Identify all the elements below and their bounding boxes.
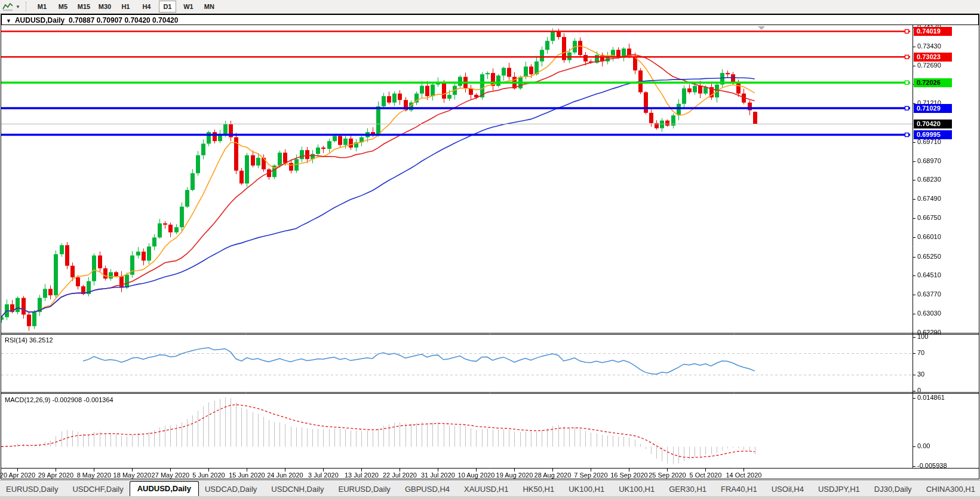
chart-tab-hk50-h1[interactable]: HK50,H1 [517,482,560,497]
price-tick-label: 0.63770 [917,290,941,298]
timeframe-button-mn[interactable]: MN [201,1,218,13]
price-level-tag[interactable]: 0.74019 [914,27,952,36]
price-tick-label: 0.65250 [917,253,941,260]
chart-tab-fra40-h1[interactable]: FRA40,H1 [715,482,763,497]
chart-tab-uk100-h1[interactable]: UK100,H1 [613,482,660,497]
timeframe-button-d1[interactable]: D1 [159,1,176,13]
chart-tab-usdcnh-daily[interactable]: USDCNH,Daily [265,482,330,497]
chart-tab-usdjpy-h1[interactable]: USDJPY,H1 [812,482,866,497]
timeframe-button-w1[interactable]: W1 [180,1,197,13]
timeframe-button-m1[interactable]: M1 [33,1,51,13]
chart-tab-ger30-h1[interactable]: GER30,H1 [663,482,712,497]
rsi-indicator-label: RSI(14) 36.2512 [5,336,53,344]
chart-tab-audusd-daily[interactable]: AUDUSD,Daily [130,481,199,497]
macd-tick-label: -0.005938 [917,462,947,469]
current-price-tag: 0.70420 [914,120,952,128]
timeframe-button-m30[interactable]: M30 [96,1,113,13]
price-level-tag[interactable]: 0.71029 [914,104,952,113]
indicators-icon[interactable] [0,2,15,11]
timeframe-button-m15[interactable]: M15 [75,1,93,13]
macd-tick-label: 0.00 [917,442,930,449]
rsi-tick-label: 30 [917,371,924,378]
price-tick-label: 0.64510 [917,271,941,278]
chart-title: ▼AUDUSD,Daily 0.70887 0.70907 0.70420 0.… [6,16,178,25]
timeframe-toolbar: ▼ M1M5M15M30H1H4D1W1MN [0,0,980,14]
chart-tab-usdcad-daily[interactable]: USDCAD,Daily [199,482,263,497]
price-level-tag[interactable]: 0.73023 [914,53,952,62]
price-tick-label: 0.66750 [917,214,941,221]
price-chart-canvas[interactable] [0,0,980,499]
price-tick-label: 0.72690 [917,62,941,69]
toolbar-grip [26,2,26,11]
indicators-dropdown-caret-icon[interactable]: ▼ [15,4,23,10]
macd-indicator-label: MACD(12,26,9) -0.002908 -0.001364 [5,396,113,403]
rsi-tick-label: 70 [917,349,924,356]
chart-tab-eurusd-daily[interactable]: EURUSD,Daily [0,482,64,497]
rsi-tick-label: 100 [917,333,928,340]
price-level-tag[interactable]: 0.69995 [914,130,952,139]
price-tick-label: 0.68230 [917,176,941,183]
chart-ohlc-values: 0.70887 0.70907 0.70420 0.70420 [69,16,179,25]
chart-tab-usdchf-daily[interactable]: USDCHF,Daily [66,482,129,497]
price-tick-label: 0.67490 [917,195,941,202]
price-tick-label: 0.66010 [917,233,941,240]
chart-tab-usoil-h4[interactable]: USOil,H4 [766,482,810,497]
chart-tab-eurusd-daily[interactable]: EURUSD,Daily [332,482,396,497]
timeframe-button-m5[interactable]: M5 [54,1,72,13]
chart-tab-uk100-h1[interactable]: UK100,H1 [563,482,610,497]
chart-symbol-period: AUDUSD,Daily [15,16,64,25]
chart-tab-dj30-daily[interactable]: DJ30,Daily [868,482,918,497]
date-label: 14 Oct 2020 [720,472,767,479]
price-tick-label: 0.63030 [917,310,941,317]
chart-tab-xauusd-h1[interactable]: XAUUSD,H1 [458,482,514,497]
chart-tab-bar: EURUSD,DailyUSDCHF,DailyAUDUSD,DailyUSDC… [0,480,980,497]
timeframe-button-h4[interactable]: H4 [138,1,155,13]
chart-tab-gbpusd-h4[interactable]: GBPUSD,H4 [399,482,456,497]
chart-tab-china300-h1[interactable]: CHINA300,H1 [920,482,980,497]
price-tick-label: 0.73430 [917,42,941,50]
macd-tick-label: 0.014861 [917,394,945,401]
price-level-tag[interactable]: 0.72026 [914,78,952,87]
status-strip [0,496,980,499]
timeframe-button-h1[interactable]: H1 [117,1,134,13]
rsi-tick-label: 0 [917,387,921,394]
chart-menu-icon[interactable]: ▼ [6,18,11,24]
price-tick-label: 0.68970 [917,157,941,164]
